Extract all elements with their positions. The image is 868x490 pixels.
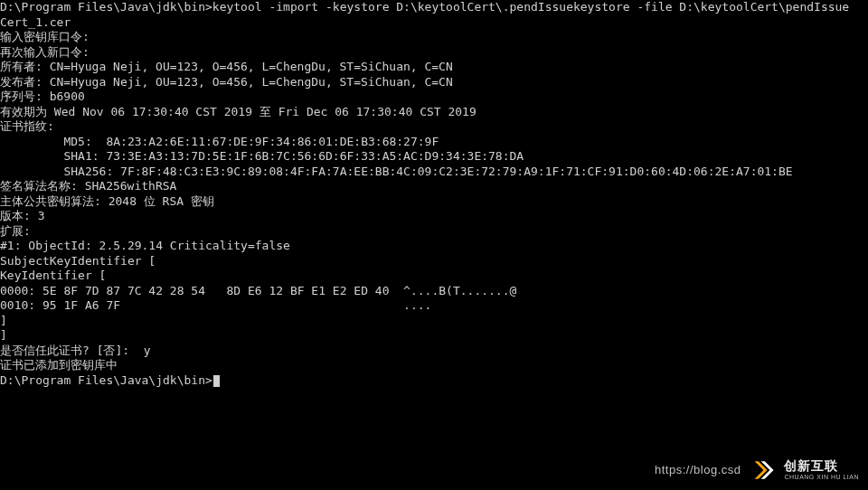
- terminal-line: 输入密钥库口令:: [0, 30, 868, 45]
- terminal-line: 0000: 5E 8F 7D 87 7C 42 28 54 8D E6 12 B…: [0, 284, 868, 299]
- watermark-brand-cn: 创新互联: [784, 459, 859, 473]
- watermark-url: https://blog.csd: [655, 463, 741, 478]
- terminal-line: 扩展:: [0, 224, 868, 240]
- watermark: https://blog.csd 创新互联 CHUANG XIN HU LIAN: [655, 457, 859, 483]
- watermark-logo-icon: [750, 457, 775, 483]
- watermark-brand-py: CHUANG XIN HU LIAN: [784, 474, 859, 481]
- terminal-line: 证书指纹:: [0, 119, 868, 135]
- terminal-line: 签名算法名称: SHA256withRSA: [0, 179, 868, 194]
- terminal-line: SubjectKeyIdentifier [: [0, 254, 868, 269]
- cursor-icon: [213, 375, 220, 387]
- terminal-line: 所有者: CN=Hyuga Neji, OU=123, O=456, L=Che…: [0, 60, 868, 75]
- terminal-line: 序列号: b6900: [0, 90, 868, 105]
- terminal-line: SHA256: 7F:8F:48:C3:E3:9C:89:08:4F:FA:7A…: [0, 165, 868, 180]
- terminal-output[interactable]: D:\Program Files\Java\jdk\bin>keytool -i…: [0, 0, 868, 388]
- terminal-line: SHA1: 73:3E:A3:13:7D:5E:1F:6B:7C:56:6D:6…: [0, 149, 868, 165]
- terminal-line: ]: [0, 328, 868, 344]
- terminal-line: Cert_1.cer: [0, 15, 868, 31]
- watermark-text: 创新互联 CHUANG XIN HU LIAN: [784, 459, 859, 480]
- terminal-line: #1: ObjectId: 2.5.29.14 Criticality=fals…: [0, 239, 868, 254]
- terminal-line: ]: [0, 314, 868, 329]
- terminal-line: D:\Program Files\Java\jdk\bin>keytool -i…: [0, 0, 868, 15]
- terminal-line: 主体公共密钥算法: 2048 位 RSA 密钥: [0, 194, 868, 210]
- terminal-line: 证书已添加到密钥库中: [0, 358, 868, 373]
- terminal-line: 有效期为 Wed Nov 06 17:30:40 CST 2019 至 Fri …: [0, 105, 868, 120]
- terminal-line: 是否信任此证书? [否]: y: [0, 344, 868, 359]
- terminal-line: MD5: 8A:23:A2:6E:11:67:DE:9F:34:86:01:DE…: [0, 135, 868, 150]
- terminal-line: 发布者: CN=Hyuga Neji, OU=123, O=456, L=Che…: [0, 75, 868, 90]
- terminal-line: KeyIdentifier [: [0, 269, 868, 284]
- terminal-line: D:\Program Files\Java\jdk\bin>: [0, 373, 868, 389]
- terminal-line: 0010: 95 1F A6 7F ....: [0, 298, 868, 314]
- terminal-line: 版本: 3: [0, 209, 868, 224]
- terminal-line: 再次输入新口令:: [0, 45, 868, 61]
